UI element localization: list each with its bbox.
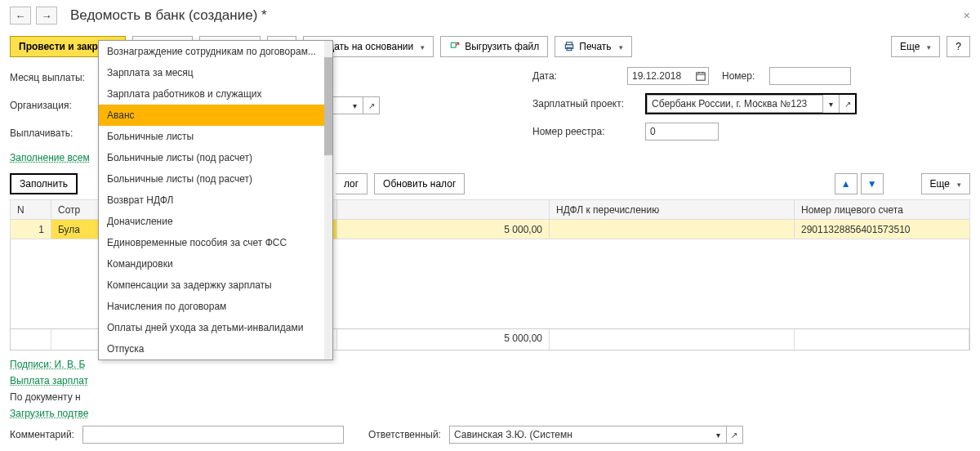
signatures-link[interactable]: Подписи: И. В. Б xyxy=(10,359,970,370)
dropdown-item[interactable]: Больничные листы (под расчет) xyxy=(99,168,332,190)
move-up-button[interactable]: ▲ xyxy=(835,173,858,194)
svg-rect-4 xyxy=(696,73,705,80)
svg-rect-2 xyxy=(567,47,572,51)
dropdown-item[interactable]: Больничные листы (под расчет) xyxy=(99,147,332,168)
dropdown-item[interactable]: Командировки xyxy=(99,253,332,275)
date-input-group[interactable]: 19.12.2018 xyxy=(627,67,709,85)
dropdown-item[interactable]: Начисления по договорам xyxy=(99,296,332,317)
dropdown-item[interactable]: Отпуска xyxy=(99,338,332,359)
dropdown-item[interactable]: Компенсации за задержку зарплаты xyxy=(99,275,332,296)
dropdown-scrollbar[interactable] xyxy=(324,41,332,359)
salary-payment-link[interactable]: Выплата зарплат xyxy=(10,375,970,386)
tax-log-button[interactable]: лог xyxy=(336,173,368,194)
pay-type-label: Выплачивать: xyxy=(10,127,91,139)
responsible-dropdown-icon[interactable]: ▾ xyxy=(710,426,727,444)
date-label: Дата: xyxy=(532,70,573,82)
comment-label: Комментарий: xyxy=(10,429,74,440)
responsible-input[interactable]: Савинская З.Ю. (Системн xyxy=(449,426,710,444)
close-icon[interactable]: × xyxy=(964,9,970,22)
date-input[interactable]: 19.12.2018 xyxy=(627,67,693,85)
more-button[interactable]: Еще xyxy=(891,36,940,57)
number-input[interactable] xyxy=(769,67,851,85)
col-tax-header[interactable]: НДФЛ к перечислению xyxy=(550,200,795,220)
registry-no-label: Номер реестра: xyxy=(532,126,639,137)
salary-project-dropdown-icon[interactable]: ▾ xyxy=(822,95,839,113)
dropdown-item[interactable]: Вознаграждение сотрудникам по договорам.… xyxy=(99,41,332,62)
nav-back-button[interactable]: ← xyxy=(10,7,31,25)
col-pay-header[interactable] xyxy=(337,200,550,220)
pay-type-dropdown[interactable]: Вознаграждение сотрудникам по договорам.… xyxy=(98,40,333,360)
dropdown-item[interactable]: Зарплата за месяц xyxy=(99,62,332,83)
table-more-button[interactable]: Еще xyxy=(921,173,970,194)
dropdown-item[interactable]: Единовременные пособия за счет ФСС xyxy=(99,232,332,253)
fill-all-link[interactable]: Заполнение всем xyxy=(10,152,90,163)
salary-project-label: Зарплатный проект: xyxy=(532,98,639,109)
nav-forward-button[interactable]: → xyxy=(36,7,57,25)
dropdown-item[interactable]: Возврат НДФЛ xyxy=(99,190,332,211)
responsible-open-icon[interactable]: ↗ xyxy=(727,426,743,444)
print-button[interactable]: Печать xyxy=(555,36,631,57)
responsible-label: Ответственный: xyxy=(368,429,441,440)
responsible-input-group[interactable]: Савинская З.Ю. (Системн ▾ ↗ xyxy=(449,426,743,444)
fill-button[interactable]: Заполнить xyxy=(10,173,78,194)
number-label: Номер: xyxy=(722,70,763,82)
org-dropdown-icon[interactable]: ▾ xyxy=(347,96,363,114)
update-tax-button[interactable]: Обновить налог xyxy=(374,173,465,194)
upload-file-button[interactable]: Выгрузить файл xyxy=(440,36,548,57)
move-down-button[interactable]: ▼ xyxy=(861,173,884,194)
registry-no-input[interactable]: 0 xyxy=(645,123,719,141)
export-icon xyxy=(449,41,461,52)
load-confirmation-link[interactable]: Загрузить подтве xyxy=(10,408,970,419)
dropdown-scroll-thumb[interactable] xyxy=(324,57,332,155)
comment-input[interactable] xyxy=(82,426,344,444)
help-button[interactable]: ? xyxy=(947,36,970,57)
doc-status-text: По документу н xyxy=(10,391,970,403)
salary-project-open-icon[interactable]: ↗ xyxy=(839,95,855,113)
salary-project-input[interactable]: Сбербанк России, г. Москва №123 xyxy=(647,95,822,113)
col-account-header[interactable]: Номер лицевого счета xyxy=(795,200,970,220)
printer-icon xyxy=(564,41,575,52)
salary-project-input-group[interactable]: Сбербанк России, г. Москва №123 ▾ ↗ xyxy=(645,93,857,114)
org-open-icon[interactable]: ↗ xyxy=(363,96,380,114)
dropdown-item[interactable]: Аванс xyxy=(99,105,332,126)
org-label: Организация: xyxy=(10,100,91,111)
dropdown-item[interactable]: Оплаты дней ухода за детьми-инвалидами xyxy=(99,317,332,338)
date-calendar-icon[interactable] xyxy=(693,67,709,85)
col-n-header[interactable]: N xyxy=(11,200,51,220)
page-title: Ведомость в банк (создание) * xyxy=(70,7,267,24)
month-label: Месяц выплаты: xyxy=(10,72,91,83)
dropdown-item[interactable]: Зарплата работников и служащих xyxy=(99,83,332,105)
dropdown-item[interactable]: Больничные листы xyxy=(99,126,332,147)
dropdown-item[interactable]: Доначисление xyxy=(99,211,332,232)
